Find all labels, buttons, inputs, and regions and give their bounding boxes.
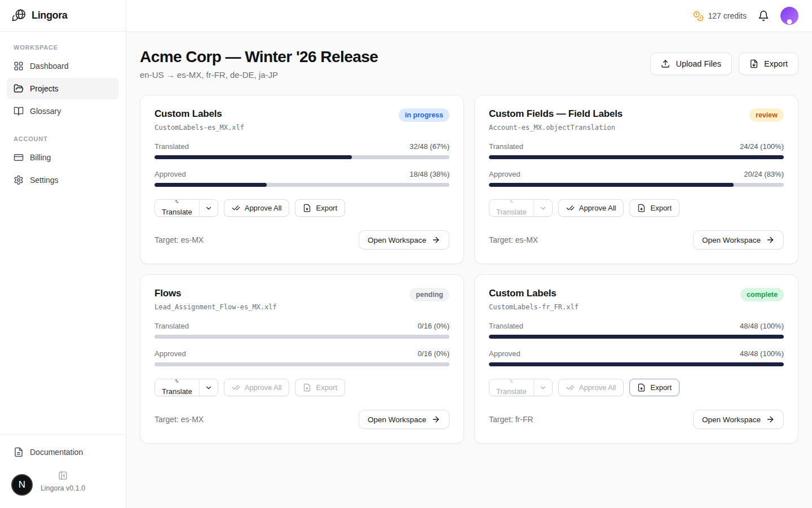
export-button[interactable]: Export <box>295 199 345 217</box>
translate-icon <box>507 379 515 383</box>
metric-value: 24/24 (100%) <box>740 142 784 151</box>
metric-value: 0/16 (0%) <box>418 322 449 330</box>
translate-options-button[interactable] <box>533 200 552 216</box>
document-icon <box>14 447 24 457</box>
translate-icon <box>507 200 515 203</box>
metric-value: 20/24 (83%) <box>744 170 784 178</box>
chevron-down-icon <box>205 384 213 392</box>
export-button[interactable]: Export <box>295 379 345 396</box>
translate-options-button[interactable] <box>533 379 552 396</box>
upload-icon <box>661 59 670 68</box>
user-avatar[interactable] <box>780 7 798 25</box>
card-title: Custom Fields — Field Labels <box>489 108 623 120</box>
translated-progress-bar <box>489 335 784 339</box>
sidebar-item-glossary[interactable]: Glossary <box>7 100 119 122</box>
file-download-icon <box>303 204 311 212</box>
app-version: Lingora v0.1.0 <box>41 484 85 492</box>
globe-language-icon <box>11 8 27 23</box>
nav-group-account: ACCOUNT <box>7 135 119 142</box>
translate-button[interactable]: Translate <box>155 200 199 216</box>
translate-options-button[interactable] <box>199 200 218 216</box>
chevron-down-icon <box>205 204 213 212</box>
export-all-label: Export <box>764 59 788 68</box>
arrow-right-icon <box>431 415 440 424</box>
export-button[interactable]: Export <box>629 379 679 396</box>
open-workspace-button[interactable]: Open Workspace <box>693 410 784 429</box>
metric-label: Translated <box>489 142 523 151</box>
card-filename: CustomLabels-es_MX.xlf <box>155 124 244 132</box>
target-locale: Target: fr-FR <box>489 415 533 424</box>
open-workspace-label: Open Workspace <box>702 415 761 424</box>
translate-split-button: Translate <box>155 199 218 217</box>
open-workspace-label: Open Workspace <box>368 236 426 244</box>
upload-files-label: Upload Files <box>676 59 721 68</box>
upload-files-button[interactable]: Upload Files <box>650 52 732 75</box>
check-check-icon <box>232 204 240 212</box>
metric-value: 32/48 (67%) <box>409 142 449 151</box>
translate-split-button: Translate <box>489 379 553 396</box>
open-workspace-label: Open Workspace <box>702 236 761 244</box>
open-workspace-button[interactable]: Open Workspace <box>359 230 449 249</box>
translate-button[interactable]: Translate <box>489 379 533 396</box>
status-badge: review <box>749 108 784 122</box>
translate-options-button[interactable] <box>199 379 218 396</box>
metric-label: Translated <box>489 322 523 330</box>
metric-value: 0/16 (0%) <box>418 349 449 358</box>
locale-summary: en-US → es-MX, fr-FR, de-DE, ja-JP <box>140 70 378 80</box>
arrow-right-icon <box>766 415 775 424</box>
approve-all-label: Approve All <box>245 383 282 392</box>
collapse-sidebar-button[interactable] <box>58 471 68 480</box>
target-locale: Target: es-MX <box>155 235 204 244</box>
person-icon <box>782 17 797 25</box>
approve-all-button[interactable]: Approve All <box>558 199 624 217</box>
file-download-icon <box>637 204 646 212</box>
sidebar-item-projects[interactable]: Projects <box>7 78 119 99</box>
translated-progress-bar <box>489 155 784 159</box>
translate-split-button: Translate <box>489 199 553 217</box>
export-label: Export <box>650 383 672 392</box>
approve-all-button[interactable]: Approve All <box>224 199 290 217</box>
metric-label: Approved <box>489 349 520 358</box>
open-workspace-button[interactable]: Open Workspace <box>359 410 449 429</box>
export-button[interactable]: Export <box>629 199 679 217</box>
translate-label: Translate <box>162 208 192 216</box>
approved-progress-bar <box>489 362 784 366</box>
translate-button[interactable]: Translate <box>489 200 533 216</box>
sidebar-item-label: Documentation <box>30 448 83 457</box>
topbar: 127 credits <box>126 0 812 32</box>
open-workspace-button[interactable]: Open Workspace <box>693 230 784 249</box>
sidebar-item-label: Billing <box>30 153 51 162</box>
file-download-icon <box>637 383 646 392</box>
target-locale: Target: es-MX <box>489 235 538 244</box>
project-card-custom-labels-fr: Custom Labels CustomLabels-fr_FR.xlf com… <box>474 274 798 444</box>
translate-split-button: Translate <box>155 379 218 396</box>
metric-label: Translated <box>155 142 189 151</box>
sidebar-item-label: Glossary <box>30 107 61 116</box>
gear-icon <box>14 175 24 185</box>
card-filename: CustomLabels-fr_FR.xlf <box>489 303 579 311</box>
export-label: Export <box>650 204 672 212</box>
export-all-button[interactable]: Export <box>739 52 798 75</box>
sidebar-item-billing[interactable]: Billing <box>7 147 119 168</box>
file-download-icon <box>303 383 311 392</box>
target-locale: Target: es-MX <box>155 415 204 424</box>
project-card-custom-labels-es: Custom Labels CustomLabels-es_MX.xlf in … <box>140 95 464 264</box>
sidebar-item-settings[interactable]: Settings <box>7 169 119 191</box>
sidebar-item-label: Settings <box>30 176 59 185</box>
check-check-icon <box>232 383 240 392</box>
approve-all-label: Approve All <box>579 383 616 392</box>
approve-all-button[interactable]: Approve All <box>224 379 290 396</box>
approve-all-button[interactable]: Approve All <box>558 379 624 396</box>
card-title: Custom Labels <box>155 108 244 120</box>
sidebar-item-dashboard[interactable]: Dashboard <box>7 55 119 77</box>
chevron-down-icon <box>539 384 547 392</box>
status-badge: pending <box>409 288 449 301</box>
check-check-icon <box>566 204 575 212</box>
export-label: Export <box>316 383 337 392</box>
sidebar-item-documentation[interactable]: Documentation <box>7 441 119 463</box>
translate-button[interactable]: Translate <box>155 379 199 396</box>
metric-value: 48/48 (100%) <box>740 322 784 330</box>
notifications-button[interactable] <box>757 9 770 23</box>
approved-progress-bar <box>155 362 449 366</box>
page-content: Acme Corp — Winter '26 Release en-US → e… <box>126 32 812 508</box>
